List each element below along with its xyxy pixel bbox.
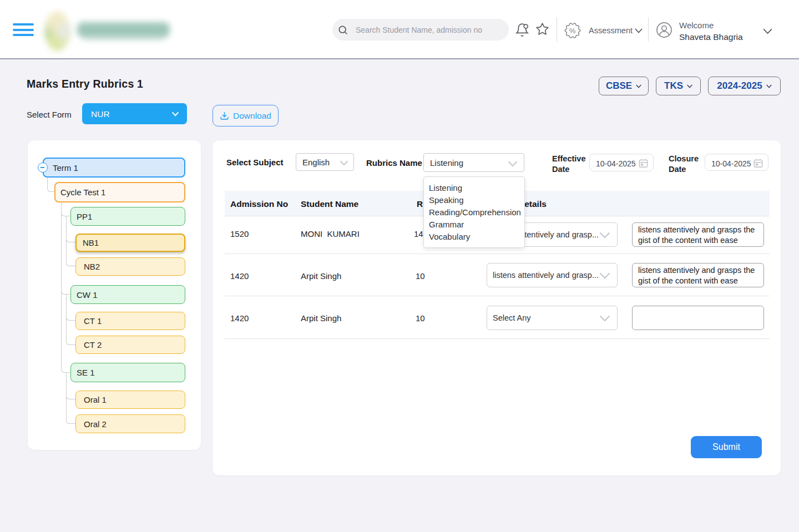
svg-text:%: % (569, 27, 576, 35)
